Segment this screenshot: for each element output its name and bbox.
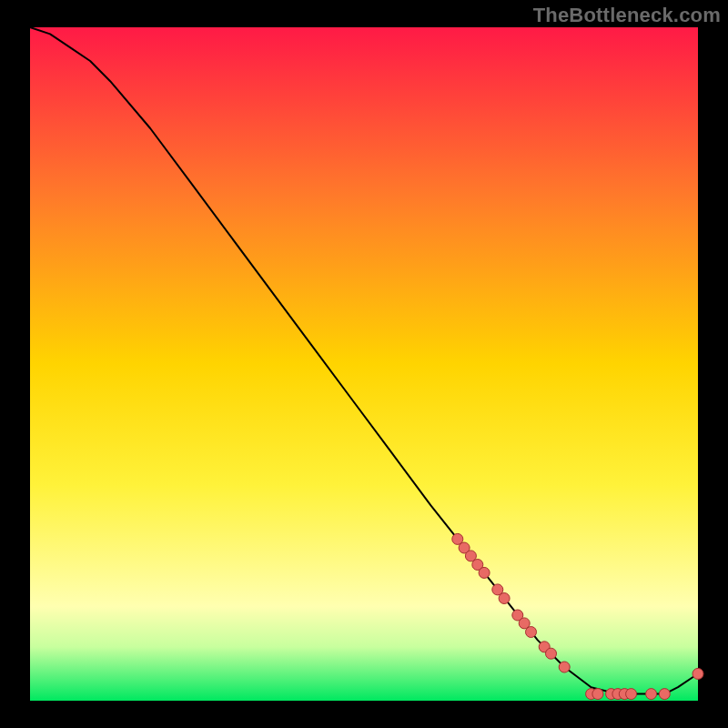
- data-marker: [693, 668, 703, 679]
- data-marker: [479, 567, 490, 578]
- plot-background: [30, 27, 698, 701]
- data-marker: [646, 689, 657, 700]
- data-marker: [626, 689, 637, 700]
- data-marker: [659, 689, 670, 700]
- data-marker: [546, 648, 557, 659]
- data-marker: [592, 689, 603, 700]
- bottleneck-chart: [0, 0, 728, 728]
- watermark-label: TheBottleneck.com: [533, 4, 721, 27]
- data-marker: [559, 662, 570, 672]
- data-marker: [499, 593, 510, 604]
- data-marker: [526, 627, 537, 638]
